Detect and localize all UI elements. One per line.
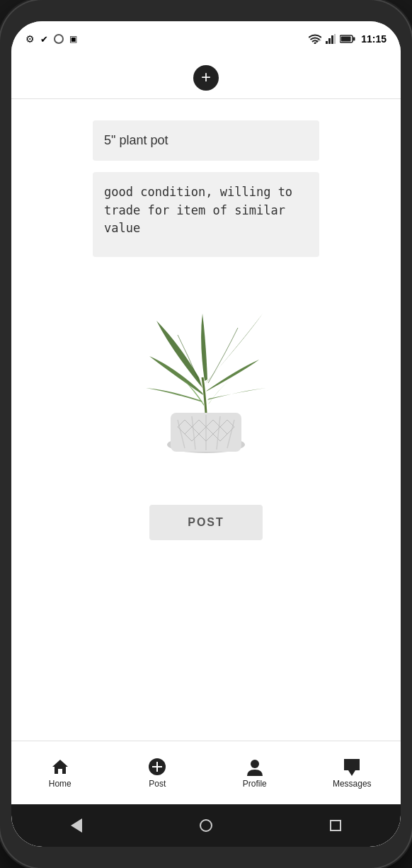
post-label: Post [149, 779, 166, 789]
main-content: good condition, willing to trade for ite… [11, 99, 401, 741]
svg-rect-4 [326, 41, 328, 44]
phone-screen: ⚙ ✔ ▣ [11, 21, 401, 847]
svg-marker-23 [348, 770, 355, 776]
sync-icon [54, 34, 64, 44]
description-input[interactable]: good condition, willing to trade for ite… [93, 172, 319, 257]
clock: 11:15 [361, 33, 387, 45]
nav-post[interactable]: Post [109, 741, 207, 804]
svg-rect-9 [353, 38, 355, 41]
svg-rect-5 [328, 38, 331, 44]
status-icons-right: 11:15 [309, 33, 387, 45]
svg-point-22 [251, 760, 259, 768]
bottom-nav: Home Post Profile [11, 741, 401, 804]
messages-label: Messages [333, 779, 372, 789]
post-icon [148, 758, 166, 776]
plant-image [121, 271, 291, 484]
back-button[interactable] [69, 818, 84, 833]
profile-icon [246, 758, 264, 776]
post-button[interactable]: POST [149, 505, 263, 540]
recents-button[interactable] [328, 818, 343, 833]
sd-icon: ▣ [69, 34, 77, 44]
svg-rect-21 [152, 766, 162, 767]
wifi-icon [309, 34, 321, 44]
home-label: Home [49, 779, 71, 789]
phone-frame: ⚙ ✔ ▣ [0, 0, 412, 868]
gear-icon: ⚙ [25, 33, 35, 45]
plus-icon: + [201, 69, 211, 86]
svg-rect-10 [341, 37, 351, 42]
status-bar: ⚙ ✔ ▣ [11, 21, 401, 57]
profile-label: Profile [243, 779, 267, 789]
check-icon: ✔ [40, 34, 48, 45]
system-nav-bar [11, 804, 401, 847]
app-header: + [11, 57, 401, 99]
svg-rect-6 [331, 35, 333, 44]
battery-icon [340, 35, 355, 43]
svg-rect-7 [334, 34, 336, 44]
nav-home[interactable]: Home [11, 741, 109, 804]
add-post-button[interactable]: + [193, 65, 219, 91]
messages-icon [343, 758, 361, 776]
home-icon [51, 758, 69, 776]
status-icons-left: ⚙ ✔ ▣ [25, 33, 77, 45]
svg-marker-18 [52, 760, 68, 774]
signal-icon [326, 34, 336, 44]
nav-profile[interactable]: Profile [206, 741, 304, 804]
nav-messages[interactable]: Messages [304, 741, 401, 804]
title-input[interactable] [93, 120, 319, 161]
home-button[interactable] [199, 818, 213, 833]
